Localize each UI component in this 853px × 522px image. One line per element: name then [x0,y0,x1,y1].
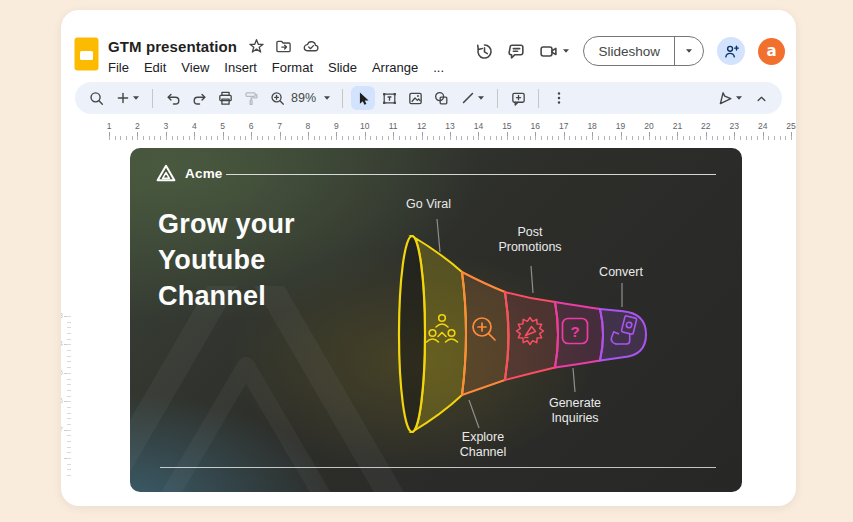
funnel-stage-5 [600,309,646,361]
slides-logo-icon[interactable] [74,37,99,71]
comments-button[interactable] [507,42,526,61]
toolbar-divider [538,89,539,108]
account-avatar[interactable]: a [758,38,785,65]
star-icon[interactable] [248,38,265,55]
search-tools-button[interactable] [84,86,108,110]
slide-title[interactable]: Grow your Youtube Channel [158,206,295,314]
ruler-number: 8 [300,121,316,131]
print-icon [217,90,234,107]
caret-down-icon [685,48,693,54]
shape-button[interactable] [429,86,453,110]
doc-title[interactable]: GTM presentation [108,38,237,55]
move-folder-icon[interactable] [275,38,292,55]
ruler-number: 5 [215,121,231,131]
funnel-mouth [399,236,425,432]
menu-item-slide[interactable]: Slide [328,60,357,75]
header-actions: Slideshow a [475,36,785,66]
caret-down-icon [132,95,140,101]
add-comment-icon [510,90,527,107]
redo-icon [191,90,208,107]
menu-item-view[interactable]: View [181,60,209,75]
ruler-number: 20 [641,121,657,131]
history-icon [475,42,494,61]
slide[interactable]: Acme Grow your Youtube Channel [130,148,742,492]
menu-item-file[interactable]: File [108,60,129,75]
slide-footer-line [160,467,716,468]
ruler-number: 25 [783,121,796,131]
funnel-label-convert: Convert [599,265,643,279]
ruler-number: 14 [470,121,486,131]
image-icon [407,90,424,107]
ruler-number: 6 [61,397,63,404]
slide-title-line: Grow your [158,206,295,242]
funnel-diagram[interactable]: ? Go Viral Post Promotions Convert Gener… [380,188,740,473]
menu-item-insert[interactable]: Insert [224,60,257,75]
funnel-label-post-2: Promotions [498,240,561,254]
zoom-in-button[interactable] [265,86,289,110]
ruler-number: 13 [442,121,458,131]
menu-item-arrange[interactable]: Arrange [372,60,418,75]
menu-bar: File Edit View Insert Format Slide Arran… [108,60,444,75]
slideshow-button[interactable]: Slideshow [584,44,674,59]
version-history-button[interactable] [475,42,494,61]
ruler-number: 6 [243,121,259,131]
ruler-number: 11 [385,121,401,131]
menu-item-overflow[interactable]: ... [433,60,444,75]
shapes-icon [433,90,450,107]
share-button[interactable] [717,37,745,65]
new-slide-button[interactable] [110,86,144,110]
ruler-number: 24 [755,121,771,131]
insert-image-button[interactable] [403,86,427,110]
cloud-saved-icon[interactable] [302,38,320,55]
caret-down-icon [562,48,570,54]
print-button[interactable] [213,86,237,110]
undo-button[interactable] [161,86,185,110]
zoom-level[interactable]: 89% [291,91,316,105]
insert-comment-button[interactable] [506,86,530,110]
zoom-menu-button[interactable] [320,86,334,110]
funnel-label-generate-2: Inquiries [551,411,598,425]
comment-icon [507,42,526,61]
ruler-number: 9 [328,121,344,131]
ruler-number: 21 [669,121,685,131]
ruler-number: 7 [61,426,63,433]
brand-row[interactable]: Acme [156,164,223,182]
pointer-mode-button[interactable] [713,86,747,110]
menu-item-format[interactable]: Format [272,60,313,75]
toolbar: 89% [75,82,782,114]
ruler-number: 22 [698,121,714,131]
ruler-number: 2 [129,121,145,131]
slideshow-split-button: Slideshow [583,36,704,66]
ruler-number: 3 [158,121,174,131]
horizontal-ruler: 1234567891011121314151617181920212223242… [61,120,796,142]
slide-title-line: Youtube [158,242,295,278]
text-box-button[interactable] [377,86,401,110]
caret-down-icon [323,95,331,101]
desktop-background: { "window": { "doc_title": "GTM presenta… [0,0,853,522]
svg-text:?: ? [570,323,579,340]
caret-down-icon [735,95,743,101]
funnel-label-post-1: Post [517,225,543,239]
line-tool-button[interactable] [455,86,489,110]
paint-format-button[interactable] [239,86,263,110]
person-add-icon [723,43,740,60]
ruler-minor-ticks [109,136,793,140]
ruler-number: 4 [186,121,202,131]
leader-line [437,219,440,252]
more-tools-button[interactable] [547,86,571,110]
zoom-in-icon [269,90,286,107]
caret-down-icon [477,95,485,101]
toolbar-divider [152,89,153,108]
menu-item-edit[interactable]: Edit [144,60,166,75]
cursor-arrow-icon [355,90,372,107]
chevron-up-icon [754,91,769,106]
toolbar-divider [342,89,343,108]
video-camera-icon [539,42,558,61]
redo-button[interactable] [187,86,211,110]
video-call-button[interactable] [539,42,570,61]
slideshow-options-button[interactable] [674,37,703,65]
select-tool-button[interactable] [351,86,375,110]
line-icon [460,90,476,106]
leader-line [469,400,479,428]
collapse-toolbar-button[interactable] [749,86,773,110]
